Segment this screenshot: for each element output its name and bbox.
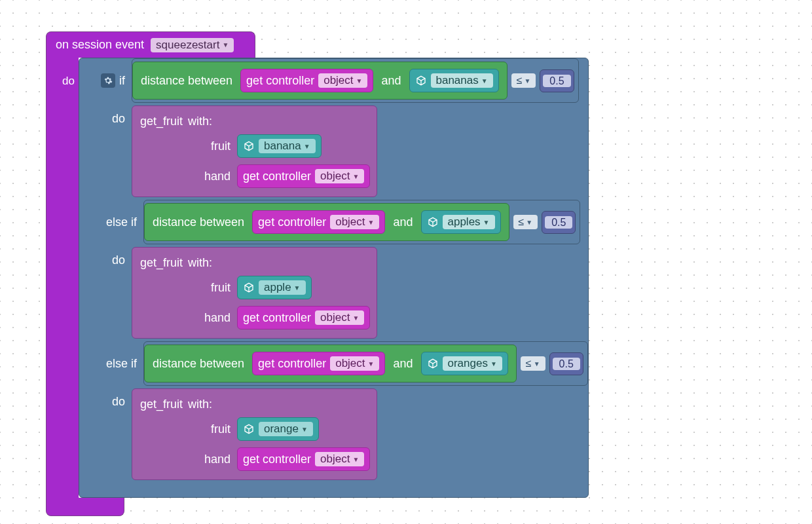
number-block[interactable]: 0.5 xyxy=(540,69,574,92)
dropdown-arrow-icon: ▼ xyxy=(490,360,497,367)
fruit-arg-block[interactable]: banana ▼ xyxy=(237,134,322,158)
distance-label: distance between xyxy=(141,74,232,88)
hand-arg-block[interactable]: get controller object ▼ xyxy=(237,306,370,329)
operator-dropdown[interactable]: ≤ ▼ xyxy=(513,215,538,229)
event-spine: do xyxy=(46,58,79,498)
cube-icon xyxy=(427,216,439,228)
controller-param-dropdown[interactable]: object ▼ xyxy=(330,215,379,229)
dropdown-arrow-icon: ▼ xyxy=(294,284,301,291)
fruit-dropdown[interactable]: apple ▼ xyxy=(259,280,306,295)
dropdown-arrow-icon: ▼ xyxy=(524,77,530,84)
controller-block[interactable]: get controller object ▼ xyxy=(252,210,385,234)
controller-param-dropdown[interactable]: object ▼ xyxy=(315,169,364,183)
and-label: and xyxy=(381,74,401,88)
cube-icon xyxy=(243,140,255,152)
cube-icon xyxy=(243,282,255,293)
cube-icon xyxy=(427,358,439,369)
cube-icon xyxy=(243,423,255,435)
dropdown-arrow-icon: ▼ xyxy=(368,219,375,226)
dropdown-arrow-icon: ▼ xyxy=(352,173,359,180)
object-dropdown[interactable]: oranges ▼ xyxy=(443,356,502,371)
controller-param-dropdown[interactable]: object ▼ xyxy=(315,452,364,466)
controller-block[interactable]: get controller object ▼ xyxy=(252,352,385,375)
fruit-arg-block[interactable]: apple ▼ xyxy=(237,276,312,299)
compare-block[interactable]: distance between get controller object ▼… xyxy=(132,58,579,103)
if-keyword: if xyxy=(119,74,125,88)
dropdown-arrow-icon: ▼ xyxy=(222,41,229,48)
object-ref-block[interactable]: bananas ▼ xyxy=(409,69,499,92)
call-name: get_fruit xyxy=(140,115,183,128)
dropdown-arrow-icon: ▼ xyxy=(352,456,359,463)
call-block[interactable]: get_fruit with: fruit xyxy=(132,247,377,339)
distance-block[interactable]: distance between get controller object ▼… xyxy=(132,62,507,100)
operator-dropdown[interactable]: ≤ ▼ xyxy=(521,356,545,371)
object-ref-block[interactable]: apples ▼ xyxy=(421,210,501,234)
if-block[interactable]: if distance between get controller objec… xyxy=(79,58,589,498)
controller-param-dropdown[interactable]: object ▼ xyxy=(330,356,379,371)
if-label-cell: if xyxy=(79,58,132,103)
dropdown-arrow-icon: ▼ xyxy=(526,219,532,226)
fruit-dropdown[interactable]: orange ▼ xyxy=(259,422,313,436)
fruit-dropdown[interactable]: banana ▼ xyxy=(259,139,316,153)
call-arg-hand-label: hand xyxy=(132,170,237,183)
dropdown-arrow-icon: ▼ xyxy=(368,360,375,367)
compare-block[interactable]: distance between get controller object ▼… xyxy=(143,200,580,244)
call-arg-fruit-label: fruit xyxy=(132,140,237,153)
gear-icon[interactable] xyxy=(101,73,115,88)
event-footer xyxy=(46,498,124,516)
event-header[interactable]: on session event squeezestart ▼ xyxy=(46,31,255,58)
compare-block[interactable]: distance between get controller object ▼… xyxy=(143,341,588,386)
call-block[interactable]: get_fruit with: fruit xyxy=(132,105,377,197)
event-dropdown[interactable]: squeezestart ▼ xyxy=(151,38,234,52)
operator-dropdown[interactable]: ≤ ▼ xyxy=(511,73,536,88)
controller-param-dropdown[interactable]: object ▼ xyxy=(318,73,367,88)
dropdown-arrow-icon: ▼ xyxy=(534,360,540,367)
do-label-cell: do xyxy=(79,103,132,200)
elseif-label-cell: else if xyxy=(79,200,143,244)
do-label-cell: do xyxy=(79,386,132,483)
dropdown-arrow-icon: ▼ xyxy=(352,314,359,322)
dropdown-arrow-icon: ▼ xyxy=(356,77,363,84)
cube-icon xyxy=(415,75,427,86)
number-block[interactable]: 0.5 xyxy=(549,352,583,375)
controller-label: get controller xyxy=(246,74,314,88)
do-label-cell: do xyxy=(79,244,132,341)
dropdown-arrow-icon: ▼ xyxy=(483,219,490,226)
object-ref-block[interactable]: oranges ▼ xyxy=(421,352,508,375)
controller-block[interactable]: get controller object ▼ xyxy=(240,69,373,92)
number-block[interactable]: 0.5 xyxy=(542,211,576,234)
block-workspace[interactable]: on session event squeezestart ▼ do if xyxy=(46,31,589,516)
object-dropdown[interactable]: apples ▼ xyxy=(443,215,495,229)
fruit-arg-block[interactable]: orange ▼ xyxy=(237,417,319,441)
event-do-label: do xyxy=(62,75,75,88)
dropdown-arrow-icon: ▼ xyxy=(301,426,308,433)
distance-block[interactable]: distance between get controller object ▼… xyxy=(144,203,509,241)
hand-arg-block[interactable]: get controller object ▼ xyxy=(237,447,370,471)
call-with-label: with: xyxy=(188,115,212,128)
dropdown-arrow-icon: ▼ xyxy=(481,77,488,84)
object-dropdown[interactable]: bananas ▼ xyxy=(431,73,493,88)
elseif-label-cell: else if xyxy=(79,341,143,386)
call-block[interactable]: get_fruit with: fruit xyxy=(132,388,377,480)
event-block[interactable]: on session event squeezestart ▼ do if xyxy=(46,31,589,516)
hand-arg-block[interactable]: get controller object ▼ xyxy=(237,164,370,188)
event-title: on session event xyxy=(56,38,144,52)
controller-param-dropdown[interactable]: object ▼ xyxy=(315,310,364,325)
dropdown-arrow-icon: ▼ xyxy=(304,143,310,150)
distance-block[interactable]: distance between get controller object ▼… xyxy=(144,345,517,383)
